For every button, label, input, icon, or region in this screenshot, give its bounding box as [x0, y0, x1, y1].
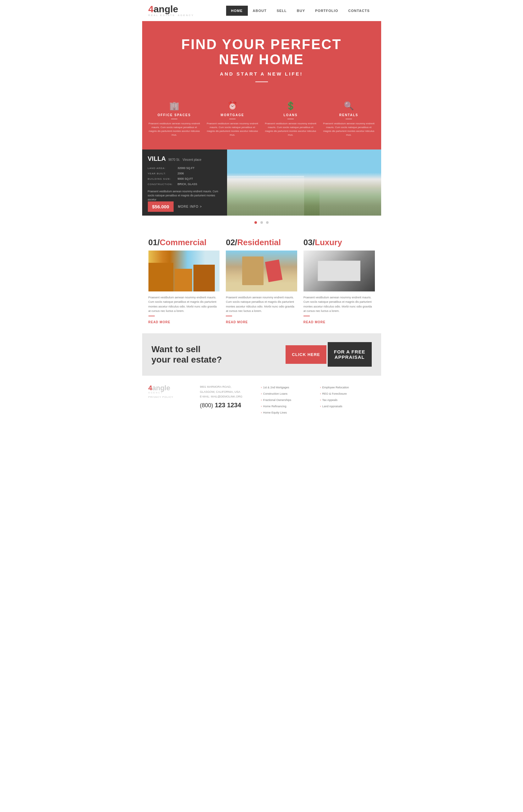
hero-subtitle: AND START A NEW LIFE!: [148, 71, 375, 76]
villa-address-street: Vincent place: [183, 158, 202, 161]
cat-commercial-text: Praesent vestibulum aenean noummy endrer…: [148, 295, 220, 313]
nav-portfolio[interactable]: PORTFOLIO: [310, 6, 343, 16]
cat-residential-read-more[interactable]: READ MORE: [226, 321, 248, 324]
cat-commercial-line: [148, 316, 155, 316]
loans-text: Praesent vestibulum aenean noummy endrer…: [265, 122, 317, 137]
dot-3[interactable]: [266, 221, 269, 224]
villa-details: LAND AREA:32000 SQ.FT YEAR BUILT:2006 BU…: [148, 166, 221, 187]
carousel-dots: [142, 215, 381, 229]
logo-text: 4angle: [148, 4, 194, 14]
logo: 4angle REAL ESTATE AGENCY: [148, 4, 194, 17]
footer-logo-text: 4angle: [148, 385, 196, 392]
land-label: LAND AREA:: [148, 166, 178, 171]
cat-luxury-read-more[interactable]: READ MORE: [304, 321, 325, 324]
logo-subtitle: REAL ESTATE AGENCY: [148, 14, 194, 17]
service-loans: 💲 LOANS Praesent vestibulum aenean noumm…: [262, 101, 320, 137]
footer-link-1st-mortgages[interactable]: ›1st & 2nd Mortgages: [261, 385, 316, 391]
footer-link-construction[interactable]: ›Construction Loans: [261, 391, 316, 397]
nav-about[interactable]: ABOUT: [248, 6, 272, 16]
footer-address: 9801 MARMORA ROAD, GLASGOW, CALIFORNIA, …: [200, 385, 257, 399]
logo-number: 4: [148, 4, 154, 14]
villa-header: VILLA 9870 St. Vincent place: [148, 155, 221, 162]
villa-info-panel: VILLA 9870 St. Vincent place LAND AREA:3…: [142, 150, 227, 215]
villa-image: [227, 150, 381, 215]
mortgage-text: Praesent vestibulum aenean noummy endrer…: [206, 122, 258, 137]
hero-divider: [255, 82, 268, 82]
footer-contact-section: 9801 MARMORA ROAD, GLASGOW, CALIFORNIA, …: [200, 385, 257, 409]
loans-icon: 💲: [265, 101, 317, 111]
footer-tagline: AGENCY: [148, 392, 196, 394]
footer: 4angle AGENCY PRIVACY POLICY 9801 MARMOR…: [142, 376, 381, 425]
main-nav: HOME ABOUT SELL BUY PORTFOLIO CONTACTS: [226, 6, 375, 16]
villa-more-info[interactable]: MORE INFO >: [178, 205, 202, 208]
villa-price: $56.000: [148, 202, 174, 212]
service-mortgage: ⏰ MORTGAGE Praesent vestibulum aenean no…: [203, 101, 262, 137]
services-section: 🏢 OFFICE SPACES Praesent vestibulum aene…: [142, 98, 381, 150]
cat-residential-line: [226, 316, 232, 316]
cta-heading: Want to sell your real estate?: [151, 344, 286, 365]
cat-residential-header: 02/Residential: [226, 238, 297, 247]
logo-name: angle: [154, 4, 178, 14]
villa-address-num: 9870 St.: [168, 158, 180, 161]
cat-commercial-header: 01/Commercial: [148, 238, 220, 247]
building-label: BUILDING SIZE:: [148, 176, 178, 181]
category-residential: 02/Residential Praesent vestibulum aenea…: [226, 238, 297, 325]
office-icon: 🏢: [148, 101, 200, 111]
nav-contacts[interactable]: CONTACTS: [343, 6, 375, 16]
footer-link-refinancing[interactable]: ›Home Refinancing: [261, 403, 316, 410]
villa-type: VILLA: [148, 155, 166, 162]
footer-logo-section: 4angle AGENCY PRIVACY POLICY: [148, 385, 196, 398]
header: 4angle REAL ESTATE AGENCY HOME ABOUT SEL…: [142, 0, 381, 21]
cat-luxury-header: 03/Luxury: [304, 238, 375, 247]
dot-1[interactable]: [254, 221, 257, 224]
villa-section: VILLA 9870 St. Vincent place LAND AREA:3…: [142, 150, 381, 215]
cat-residential-text: Praesent vestibulum aenean noummy endrer…: [226, 295, 297, 313]
cat-commercial-image: [148, 250, 220, 291]
rentals-text: Praesent vestibulum aenean noummy endrer…: [323, 122, 375, 137]
nav-buy[interactable]: BUY: [292, 6, 310, 16]
cta-section: Want to sell your real estate? CLICK HER…: [142, 333, 381, 376]
cat-luxury-image: [304, 250, 375, 291]
mortgage-icon: ⏰: [206, 101, 258, 111]
footer-phone: (800) 123 1234: [200, 402, 257, 409]
villa-photo: [227, 150, 381, 215]
cat-luxury-text: Praesent vestibulum aenean noummy endrer…: [304, 295, 375, 313]
cat-luxury-line: [304, 316, 310, 316]
cta-text: Want to sell your real estate?: [151, 344, 286, 365]
category-commercial: 01/Commercial Praesent vestibulum aenean…: [148, 238, 220, 325]
office-title: OFFICE SPACES: [148, 113, 200, 117]
categories-section: 01/Commercial Praesent vestibulum aenean…: [142, 229, 381, 334]
nav-sell[interactable]: SELL: [272, 6, 292, 16]
hero-headline: FIND YOUR PERFECT NEW HOME: [148, 37, 375, 67]
category-luxury: 03/Luxury Praesent vestibulum aenean nou…: [304, 238, 375, 325]
year-label: YEAR BUILT:: [148, 171, 178, 176]
office-line: [171, 119, 177, 119]
service-office: 🏢 OFFICE SPACES Praesent vestibulum aene…: [145, 101, 203, 137]
footer-link-relocation[interactable]: ›Employee Relocation: [320, 385, 375, 391]
construction-label: CONSTRUCTION:: [148, 182, 178, 187]
free-appraisal-banner: FOR A FREE APPRAISAL: [328, 342, 372, 367]
mortgage-title: MORTGAGE: [206, 113, 258, 117]
cat-commercial-read-more[interactable]: READ MORE: [148, 321, 170, 324]
hero-section: FIND YOUR PERFECT NEW HOME AND START A N…: [142, 21, 381, 98]
rentals-icon: 🔍: [323, 101, 375, 111]
footer-links-col2: ›Employee Relocation ›REO & Foreclosure …: [320, 385, 375, 410]
nav-home[interactable]: HOME: [226, 6, 248, 16]
click-here-button[interactable]: CLICK HERE: [286, 345, 326, 364]
footer-link-tax[interactable]: ›Tax Appeals: [320, 397, 375, 403]
office-text: Praesent vestibulum aenean noummy endrer…: [148, 122, 200, 137]
footer-link-fractional[interactable]: ›Fractional Ownerships: [261, 397, 316, 403]
loans-title: LOANS: [265, 113, 317, 117]
villa-description: Praesent vestibulum aenean noummy endrer…: [148, 189, 221, 202]
footer-link-reo[interactable]: ›REO & Foreclosure: [320, 391, 375, 397]
footer-link-land[interactable]: ›Land Appraisals: [320, 403, 375, 410]
rentals-title: RENTALS: [323, 113, 375, 117]
dot-2[interactable]: [260, 221, 263, 224]
footer-link-equity[interactable]: ›Home Equity Lines: [261, 410, 316, 416]
footer-privacy[interactable]: PRIVACY POLICY: [148, 396, 196, 398]
footer-links-col1: ›1st & 2nd Mortgages ›Construction Loans…: [261, 385, 316, 416]
villa-footer: $56.000 MORE INFO >: [148, 202, 221, 212]
rentals-line: [346, 119, 352, 119]
mortgage-line: [229, 119, 236, 119]
service-rentals: 🔍 RENTALS Praesent vestibulum aenean nou…: [320, 101, 378, 137]
